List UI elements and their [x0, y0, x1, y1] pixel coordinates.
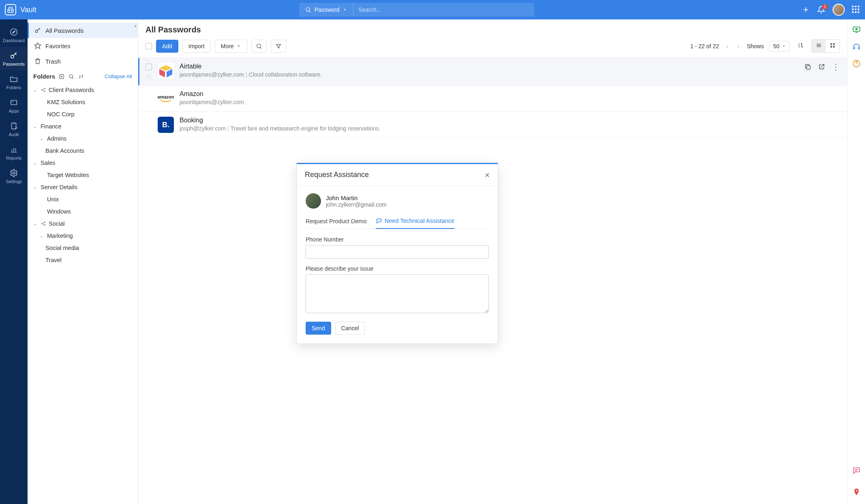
- rail-reports[interactable]: Reports: [0, 141, 28, 164]
- svg-rect-22: [833, 43, 835, 45]
- folder-target[interactable]: Target Websites: [28, 169, 138, 181]
- svg-point-18: [44, 222, 45, 222]
- favorite-star[interactable]: ☆: [146, 73, 152, 80]
- user-email: john.zylkerr@gmail.com: [326, 201, 387, 208]
- folder-bank[interactable]: Bank Accounts: [28, 145, 138, 157]
- sidebar-favorites[interactable]: Favorites: [28, 38, 138, 53]
- rail-apps[interactable]: Apps: [0, 94, 28, 117]
- list-item[interactable]: ☆ Airtable jasonbjames@zylker.com|Cloud …: [138, 58, 847, 85]
- headset-icon[interactable]: [852, 42, 861, 51]
- sidebar-collapse-handle[interactable]: ◂: [134, 23, 138, 30]
- svg-rect-23: [831, 46, 832, 47]
- send-button[interactable]: Send: [306, 322, 331, 335]
- rail-folders[interactable]: Folders: [0, 70, 28, 94]
- help-icon[interactable]: [852, 59, 861, 68]
- list-item[interactable]: amazon Amazon jasonbjames@zylker.com: [138, 85, 847, 112]
- svg-point-2: [11, 10, 12, 11]
- open-link-icon[interactable]: [818, 63, 825, 70]
- app-logo: [5, 4, 16, 15]
- row-title: Amazon: [180, 90, 840, 98]
- add-button[interactable]: Add: [156, 40, 178, 53]
- svg-marker-5: [12, 30, 15, 33]
- add-icon[interactable]: [802, 6, 810, 14]
- filter-button[interactable]: [271, 40, 286, 53]
- search-input[interactable]: [353, 6, 534, 13]
- sort-folder-icon[interactable]: [78, 73, 84, 80]
- key-icon: [34, 27, 41, 34]
- rail-dashboard[interactable]: Dashboard: [0, 23, 28, 47]
- svg-point-13: [70, 75, 73, 78]
- filter-icon: [275, 43, 282, 49]
- folder-windows[interactable]: Windows: [28, 205, 138, 218]
- sidebar-trash[interactable]: Trash: [28, 53, 138, 69]
- row-desc: Travel fare and metasearch engine for lo…: [230, 125, 380, 132]
- tab-request-demo[interactable]: Request Product Demo: [306, 215, 367, 229]
- sort-az-icon: [797, 42, 804, 49]
- folders-heading: Folders: [33, 73, 55, 80]
- row-menu[interactable]: ⋮: [832, 63, 840, 71]
- search-list-button[interactable]: [251, 40, 267, 53]
- sidebar: ◂ All Passwords Favorites Trash Folders: [28, 19, 138, 504]
- next-page[interactable]: ›: [736, 43, 741, 50]
- folder-unix[interactable]: Unix: [28, 193, 138, 205]
- chat-icon: [376, 218, 382, 224]
- page-title: All Passwords: [146, 25, 840, 34]
- folder-sales[interactable]: ⌄Sales: [28, 157, 138, 169]
- prev-page[interactable]: ‹: [725, 43, 730, 50]
- folder-social-media[interactable]: Social media: [28, 242, 138, 254]
- folder-kmz[interactable]: KMZ Solutions: [28, 96, 138, 108]
- folder-icon: [9, 75, 18, 83]
- folder-travel[interactable]: Travel: [28, 254, 138, 266]
- row-title: Airtable: [180, 63, 799, 70]
- grid-view-button[interactable]: [826, 40, 839, 52]
- page-size-select[interactable]: 50: [769, 41, 790, 51]
- import-button[interactable]: Import: [182, 40, 211, 53]
- list-item[interactable]: B. Booking josph@zylker.com|Travel fare …: [138, 112, 847, 138]
- rail-settings[interactable]: Settings: [0, 164, 28, 188]
- sort-button[interactable]: [795, 40, 806, 52]
- close-icon[interactable]: ×: [485, 171, 490, 179]
- screen-share-icon[interactable]: [852, 25, 861, 34]
- chevron-down-icon: [782, 44, 786, 48]
- chevron-down-icon: [343, 7, 347, 12]
- app-icon-airtable: [158, 63, 174, 79]
- trash-icon: [34, 58, 41, 65]
- row-checkbox[interactable]: [146, 64, 152, 70]
- add-folder-icon[interactable]: [58, 73, 65, 80]
- more-button[interactable]: More: [215, 40, 247, 53]
- folder-noc[interactable]: NOC Corp: [28, 108, 138, 120]
- search-scope-dropdown[interactable]: Password: [299, 3, 353, 17]
- tab-technical-assistance[interactable]: Need Technical Assistance: [376, 215, 454, 229]
- list-view-button[interactable]: [812, 40, 826, 52]
- chevron-down-icon: [236, 44, 241, 49]
- svg-rect-28: [807, 66, 810, 69]
- notifications-icon[interactable]: 1: [817, 6, 825, 14]
- folder-client-passwords[interactable]: ⌄Client Passwords: [28, 84, 138, 96]
- user-avatar: [306, 193, 321, 209]
- copy-icon[interactable]: [804, 63, 811, 70]
- issue-textarea[interactable]: [306, 274, 489, 313]
- collapse-all-link[interactable]: Collapse All: [105, 73, 132, 79]
- chat-icon[interactable]: [852, 466, 861, 475]
- folder-finance[interactable]: ⌄Finance: [28, 120, 138, 132]
- folder-admins[interactable]: ⌄Admins: [28, 132, 138, 145]
- svg-point-30: [856, 28, 857, 30]
- rail-audit[interactable]: Audit: [0, 117, 28, 141]
- sidebar-all-passwords[interactable]: All Passwords: [28, 23, 138, 38]
- search-folder-icon[interactable]: [68, 73, 75, 80]
- avatar[interactable]: [833, 4, 845, 16]
- apps-grid-icon[interactable]: [852, 6, 860, 14]
- topbar: Vault Password 1: [0, 0, 865, 19]
- main-panel: All Passwords Add Import More 1 - 22 of …: [138, 19, 847, 504]
- folder-social[interactable]: ⌄Social: [28, 218, 138, 230]
- folder-marketing[interactable]: ⌄Marketing: [28, 230, 138, 242]
- location-icon[interactable]: [852, 488, 861, 497]
- rail-passwords[interactable]: Passwords: [0, 47, 28, 70]
- notification-badge: 1: [822, 4, 828, 10]
- cancel-button[interactable]: Cancel: [335, 322, 365, 335]
- phone-input[interactable]: [306, 245, 489, 259]
- folder-server[interactable]: ⌄Server Details: [28, 181, 138, 193]
- svg-point-16: [44, 91, 45, 92]
- request-assistance-modal: Request Assistance × John Martin john.zy…: [296, 163, 498, 344]
- select-all-checkbox[interactable]: [146, 43, 152, 49]
